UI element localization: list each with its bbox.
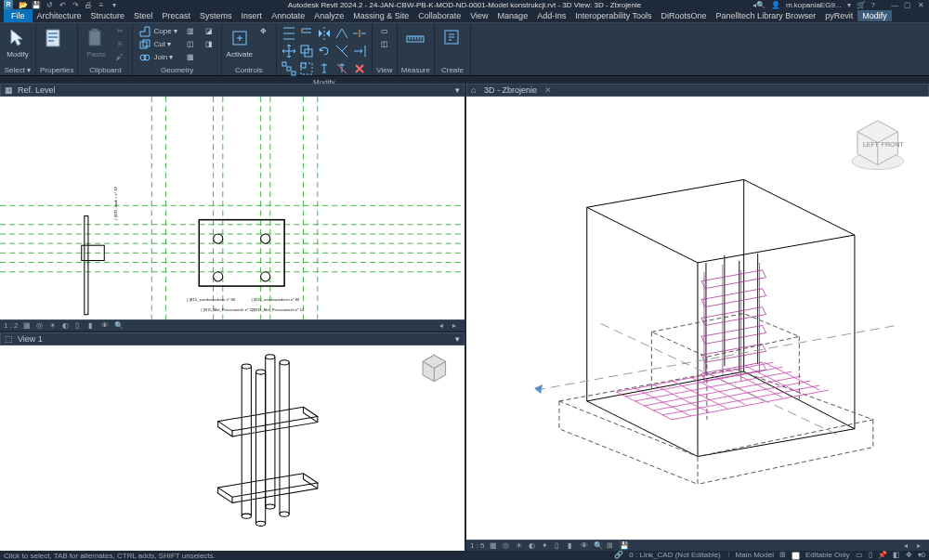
qat-sync-icon[interactable]: ↺ bbox=[45, 0, 54, 9]
scroll-left-icon-3[interactable]: ◂ bbox=[904, 541, 912, 550]
view-min-icon-2[interactable]: ▾ bbox=[455, 334, 460, 344]
reveal-icon[interactable]: 🔍 bbox=[114, 321, 123, 330]
detail-level-icon-3[interactable]: ▦ bbox=[490, 541, 498, 550]
align-icon[interactable] bbox=[281, 25, 297, 42]
reveal-icon-3[interactable]: 🔍 bbox=[594, 541, 602, 550]
select-pinned-icon[interactable]: 📌 bbox=[878, 551, 887, 559]
qat-dropdown-icon[interactable]: ▾ bbox=[110, 0, 119, 9]
qat-save-icon[interactable]: 💾 bbox=[32, 0, 41, 9]
delete-icon[interactable] bbox=[351, 60, 368, 77]
tab-collaborate[interactable]: Collaborate bbox=[413, 10, 465, 21]
activate-button[interactable]: Activate bbox=[226, 25, 254, 59]
scale-label-topleft[interactable]: 1 : 2 bbox=[4, 321, 19, 330]
shadows-icon-3[interactable]: ◐ bbox=[529, 541, 537, 550]
scale-icon[interactable] bbox=[298, 60, 315, 77]
shadows-icon[interactable]: ◐ bbox=[62, 321, 71, 330]
tab-modify[interactable]: Modify bbox=[857, 10, 892, 21]
view-body-view1[interactable] bbox=[0, 345, 464, 560]
maximize-button[interactable]: ▢ bbox=[903, 1, 912, 9]
cope-button[interactable]: Cope ▾ bbox=[137, 25, 179, 37]
user-label[interactable]: m.kopaniaEG9... bbox=[786, 1, 842, 9]
drag-elements-icon[interactable]: ✥ bbox=[906, 551, 912, 559]
minimize-button[interactable]: — bbox=[890, 1, 899, 9]
select-links-icon[interactable]: ▯ bbox=[869, 551, 872, 559]
geom-btn-a[interactable]: ▥ bbox=[182, 25, 199, 37]
tab-massing-site[interactable]: Massing & Site bbox=[348, 10, 413, 21]
status-link-indicator[interactable]: 🔗 bbox=[614, 551, 623, 559]
qat-more-icon[interactable]: ≡ bbox=[97, 0, 106, 9]
tab-panelltech[interactable]: Panelltech Library Browser bbox=[712, 10, 821, 21]
controls-btn-a[interactable]: ✥ bbox=[255, 25, 272, 37]
mirror-axis-icon[interactable] bbox=[316, 25, 333, 42]
geom-btn-e[interactable]: ◨ bbox=[201, 38, 217, 50]
measure-button[interactable] bbox=[401, 25, 429, 49]
tab-dirootsone[interactable]: DiRootsOne bbox=[657, 10, 712, 21]
editable-only-checkbox[interactable] bbox=[792, 552, 800, 560]
move-icon[interactable] bbox=[281, 43, 297, 59]
scale-label-right[interactable]: 1 : 5 bbox=[470, 541, 485, 550]
cut-geom-button[interactable]: Cut ▾ bbox=[137, 38, 179, 50]
scroll-left-icon[interactable]: ◂ bbox=[439, 321, 448, 330]
view-body-ref-level[interactable]: ( )B15_xxxnbawedznin e* 80 ( )B15_xxxnba… bbox=[0, 97, 464, 319]
user-icon[interactable]: 👤 bbox=[771, 1, 780, 9]
cart-icon[interactable]: 🛒 bbox=[857, 1, 866, 9]
qat-open-icon[interactable]: 📂 bbox=[19, 0, 28, 9]
split-element-icon[interactable] bbox=[351, 25, 368, 42]
crop-visible-icon[interactable]: ▮ bbox=[88, 321, 97, 330]
search-icon[interactable]: ◂🔍 bbox=[752, 1, 765, 9]
close-button[interactable]: ✕ bbox=[916, 1, 925, 9]
qat-print-icon[interactable]: 🖨 bbox=[84, 0, 93, 9]
view-min-icon[interactable]: ▾ bbox=[455, 85, 460, 95]
view-btn-a[interactable]: ▭ bbox=[376, 25, 393, 37]
filter-icon[interactable]: ▭ bbox=[856, 551, 863, 559]
offset-icon[interactable] bbox=[298, 25, 315, 42]
extend-icon[interactable] bbox=[351, 43, 368, 59]
select-underlay-icon[interactable]: ◧ bbox=[893, 551, 900, 559]
scroll-right-icon-3[interactable]: ▸ bbox=[917, 541, 925, 550]
matchprop-button[interactable]: 🖌 bbox=[111, 51, 128, 63]
qat-redo-icon[interactable]: ↷ bbox=[71, 0, 80, 9]
tab-interop-tools[interactable]: Interoperability Tools bbox=[570, 10, 656, 21]
pin-icon[interactable] bbox=[316, 60, 333, 77]
view-header-3d[interactable]: ⌂ 3D - Zbrojenie ✕ bbox=[466, 84, 929, 97]
geom-btn-b[interactable]: ◫ bbox=[182, 38, 199, 50]
tab-systems[interactable]: Systems bbox=[195, 10, 237, 21]
modify-arrow-button[interactable]: Modify bbox=[4, 25, 32, 59]
geom-btn-c[interactable]: ▦ bbox=[182, 51, 199, 63]
help-icon[interactable]: ▾ bbox=[847, 1, 851, 9]
tab-architecture[interactable]: Architecture bbox=[33, 10, 86, 21]
qat-undo-icon[interactable]: ↶ bbox=[58, 0, 67, 9]
status-model[interactable]: Main Model bbox=[736, 551, 774, 559]
view-close-icon[interactable]: ✕ bbox=[544, 85, 552, 95]
hide-isolate-icon-3[interactable]: 👁 bbox=[581, 541, 589, 550]
visual-style-icon-3[interactable]: ◎ bbox=[503, 541, 511, 550]
tab-view[interactable]: View bbox=[465, 10, 492, 21]
file-tab[interactable]: File bbox=[4, 9, 33, 22]
create-button[interactable] bbox=[438, 25, 466, 49]
unpin-icon[interactable] bbox=[334, 60, 350, 77]
worksets-icon[interactable]: ⊞ bbox=[779, 551, 786, 559]
trim-icon[interactable] bbox=[334, 43, 350, 59]
hide-isolate-icon[interactable]: 👁 bbox=[101, 321, 110, 330]
paste-button[interactable]: Paste bbox=[82, 25, 110, 59]
info-icon[interactable]: ? bbox=[871, 1, 875, 9]
crop-icon-3[interactable]: ▯ bbox=[555, 541, 563, 550]
crop-visible-icon-3[interactable]: ▮ bbox=[568, 541, 576, 550]
view-header-ref-level[interactable]: ▦ Ref. Level ▾ bbox=[0, 84, 464, 97]
scroll-right-icon[interactable]: ▸ bbox=[452, 321, 461, 330]
visual-style-icon[interactable]: ◎ bbox=[36, 321, 45, 330]
tab-annotate[interactable]: Annotate bbox=[267, 10, 309, 21]
mirror-draw-icon[interactable] bbox=[334, 25, 350, 42]
sun-path-icon[interactable]: ☀ bbox=[49, 321, 58, 330]
geom-btn-d[interactable]: ◪ bbox=[201, 25, 217, 37]
tab-add-ins[interactable]: Add-Ins bbox=[532, 10, 570, 21]
view-body-3d[interactable]: LEFT FRONT bbox=[466, 97, 929, 540]
render-icon-3[interactable]: ✦ bbox=[542, 541, 550, 550]
detail-level-icon[interactable]: ▦ bbox=[23, 321, 32, 330]
view-header-view1[interactable]: ⬚ View 1 ▾ bbox=[0, 332, 464, 345]
sun-path-icon-3[interactable]: ☀ bbox=[516, 541, 524, 550]
array-icon[interactable] bbox=[281, 60, 297, 77]
tab-insert[interactable]: Insert bbox=[237, 10, 268, 21]
worksets-icon-3[interactable]: ⊞ bbox=[607, 541, 615, 550]
copy-clipboard-button[interactable]: ⎘ bbox=[111, 38, 128, 50]
